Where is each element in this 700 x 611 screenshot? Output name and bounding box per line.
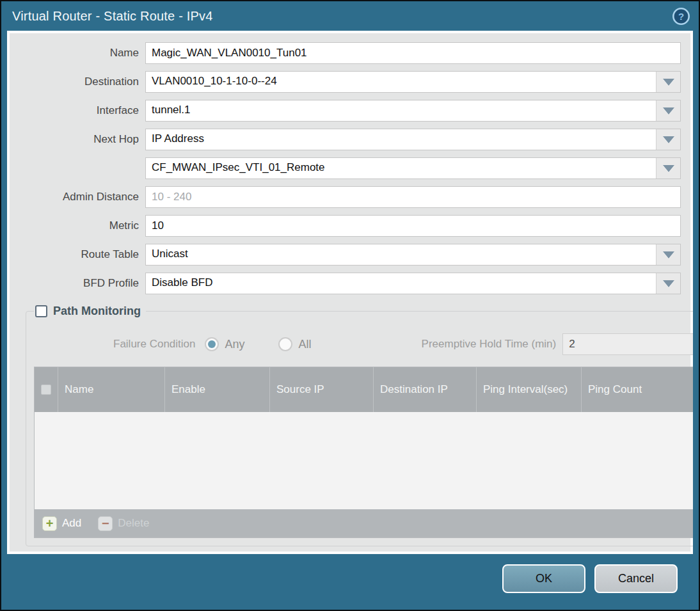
form-row-metric: Metric — [19, 215, 681, 237]
form-row-name: Name — [19, 42, 681, 64]
dialog-body-rim: Name Destination VLAN0010_10-1-10-0--24 — [7, 31, 693, 554]
dialog-titlebar: Virtual Router - Static Route - IPv4 ? — [1, 1, 699, 31]
chevron-down-icon — [663, 251, 674, 258]
destination-value: VLAN0010_10-1-10-0--24 — [146, 72, 656, 92]
name-label: Name — [19, 47, 145, 60]
metric-label: Metric — [19, 219, 145, 232]
form-row-destination: Destination VLAN0010_10-1-10-0--24 — [19, 71, 681, 93]
form-row-admin-distance: Admin Distance — [19, 186, 681, 208]
delete-button[interactable]: − Delete — [98, 516, 149, 531]
admin-distance-input[interactable] — [145, 186, 681, 208]
route-table-value: Unicast — [146, 244, 656, 265]
cancel-button[interactable]: Cancel — [594, 564, 678, 593]
add-button-label: Add — [62, 517, 81, 530]
add-button[interactable]: + Add — [42, 516, 81, 531]
next-hop-address-dropdown[interactable]: CF_MWAN_IPsec_VTI_01_Remote — [145, 157, 681, 179]
checkbox-icon — [41, 385, 51, 395]
table-footer: + Add − Delete — [35, 509, 693, 537]
svg-text:?: ? — [678, 11, 684, 22]
dialog-action-bar: OK Cancel — [1, 554, 699, 610]
interface-label: Interface — [19, 104, 145, 117]
admin-distance-label: Admin Distance — [19, 191, 145, 203]
bfd-profile-value: Disable BFD — [146, 273, 656, 294]
interface-dropdown-button[interactable] — [656, 100, 680, 121]
failure-condition-any-radio[interactable]: Any — [205, 337, 245, 351]
failure-condition-label: Failure Condition — [113, 338, 196, 351]
failure-condition-all-label: All — [299, 338, 312, 351]
ok-button[interactable]: OK — [502, 564, 585, 593]
destination-dropdown-button[interactable] — [656, 72, 680, 92]
table-body-empty[interactable] — [35, 412, 693, 509]
form-row-route-table: Route Table Unicast — [19, 244, 681, 266]
chevron-down-icon — [663, 107, 674, 115]
destination-label: Destination — [19, 75, 145, 88]
preemptive-hold-group: Preemptive Hold Time (min) — [422, 333, 693, 355]
column-header-destination-ip[interactable]: Destination IP — [373, 367, 476, 412]
bfd-profile-dropdown[interactable]: Disable BFD — [145, 273, 681, 294]
chevron-down-icon — [663, 280, 674, 287]
path-monitoring-checkbox[interactable] — [35, 305, 47, 317]
failure-condition-all-radio[interactable]: All — [278, 337, 312, 351]
path-monitoring-title: Path Monitoring — [53, 305, 141, 318]
next-hop-dropdown[interactable]: IP Address — [145, 129, 681, 150]
metric-input[interactable] — [145, 215, 681, 237]
interface-value: tunnel.1 — [146, 100, 656, 121]
bfd-profile-label: BFD Profile — [19, 277, 145, 290]
minus-icon: − — [98, 516, 113, 531]
route-table-label: Route Table — [19, 248, 145, 261]
next-hop-value: IP Address — [146, 129, 656, 150]
radio-selected-icon — [205, 337, 219, 351]
bfd-profile-dropdown-button[interactable] — [656, 273, 680, 294]
plus-icon: + — [42, 516, 57, 531]
chevron-down-icon — [663, 136, 674, 143]
preemptive-hold-input[interactable] — [562, 333, 693, 355]
delete-button-label: Delete — [118, 517, 149, 530]
form-row-interface: Interface tunnel.1 — [19, 100, 681, 122]
failure-condition-radio-group: Any All — [205, 337, 345, 351]
next-hop-label: Next Hop — [19, 133, 145, 146]
form-row-next-hop: Next Hop IP Address — [19, 129, 681, 150]
preemptive-hold-label: Preemptive Hold Time (min) — [422, 338, 557, 351]
dialog-title: Virtual Router - Static Route - IPv4 — [12, 9, 672, 24]
chevron-down-icon — [663, 79, 674, 86]
static-route-dialog: Virtual Router - Static Route - IPv4 ? N… — [0, 0, 700, 611]
failure-condition-any-label: Any — [225, 338, 245, 351]
path-monitoring-section: Path Monitoring Failure Condition Any Al… — [26, 305, 693, 546]
destination-dropdown[interactable]: VLAN0010_10-1-10-0--24 — [145, 71, 681, 93]
column-header-source-ip[interactable]: Source IP — [269, 367, 373, 412]
route-table-dropdown[interactable]: Unicast — [145, 244, 681, 266]
next-hop-address-dropdown-button[interactable] — [656, 158, 680, 179]
next-hop-dropdown-button[interactable] — [656, 129, 680, 150]
column-header-ping-count[interactable]: Ping Count — [581, 367, 693, 412]
route-table-dropdown-button[interactable] — [656, 244, 680, 265]
name-input[interactable] — [145, 42, 681, 64]
form-row-bfd-profile: BFD Profile Disable BFD — [19, 273, 681, 294]
chevron-down-icon — [663, 165, 674, 172]
table-header-row: Name Enable Source IP Destination IP Pin… — [35, 367, 693, 412]
help-icon[interactable]: ? — [672, 8, 690, 25]
path-monitoring-controls: Failure Condition Any All Preemptive Hol… — [38, 333, 693, 355]
column-header-ping-interval[interactable]: Ping Interval(sec) — [476, 367, 581, 412]
column-header-name[interactable]: Name — [58, 367, 164, 412]
select-all-checkbox[interactable] — [35, 367, 58, 412]
path-monitoring-legend: Path Monitoring — [34, 305, 146, 318]
next-hop-address-value: CF_MWAN_IPsec_VTI_01_Remote — [146, 158, 656, 179]
column-header-enable[interactable]: Enable — [164, 367, 269, 412]
radio-unselected-icon — [278, 337, 292, 351]
path-monitoring-table: Name Enable Source IP Destination IP Pin… — [34, 367, 693, 538]
form-row-next-hop-address: CF_MWAN_IPsec_VTI_01_Remote — [19, 157, 681, 179]
dialog-body: Name Destination VLAN0010_10-1-10-0--24 — [10, 33, 690, 551]
interface-dropdown[interactable]: tunnel.1 — [145, 100, 681, 122]
